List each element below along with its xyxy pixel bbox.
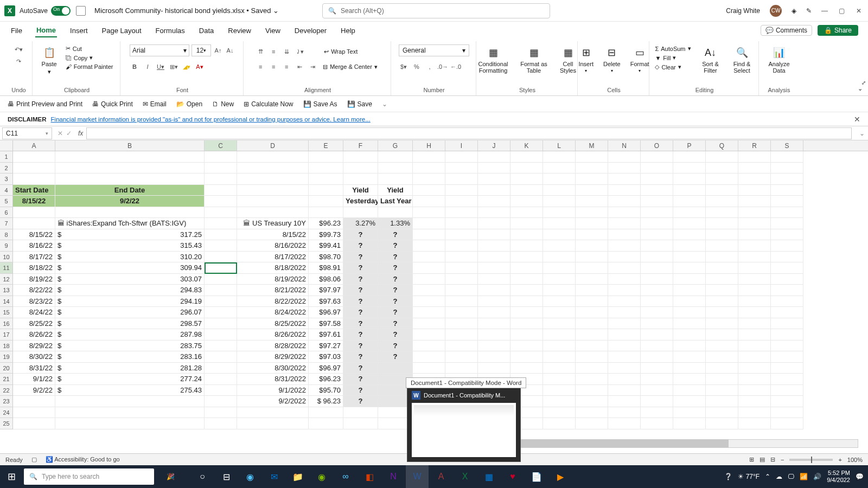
cell[interactable] xyxy=(445,318,478,330)
quick-print-button[interactable]: 🖶 Quick Print xyxy=(92,100,133,108)
cell[interactable]: 8/24/22 xyxy=(13,307,55,318)
cell[interactable] xyxy=(641,341,673,352)
cell[interactable] xyxy=(771,185,803,196)
cell[interactable] xyxy=(576,174,608,185)
cell[interactable] xyxy=(55,396,205,407)
cell[interactable] xyxy=(641,229,673,241)
accessibility-status[interactable]: ♿ Accessibility: Good to go xyxy=(46,456,120,463)
cell[interactable] xyxy=(641,285,673,296)
orientation-icon[interactable]: ⤸▾ xyxy=(295,47,304,56)
format-painter-button[interactable]: 🖌 Format Painter xyxy=(63,63,116,70)
tab-review[interactable]: Review xyxy=(227,24,252,37)
cell[interactable]: Yield xyxy=(378,185,413,196)
cell[interactable] xyxy=(478,341,510,352)
tab-help[interactable]: Help xyxy=(340,24,356,37)
cell[interactable] xyxy=(738,229,771,241)
cell[interactable] xyxy=(55,163,205,174)
cell[interactable]: 1.33% xyxy=(378,218,413,229)
cell[interactable] xyxy=(576,329,608,341)
cell[interactable] xyxy=(413,174,445,185)
cell[interactable] xyxy=(706,341,738,352)
cell[interactable] xyxy=(608,240,641,252)
cell[interactable] xyxy=(205,341,237,352)
maximize-button[interactable]: ▢ xyxy=(839,7,846,15)
cell[interactable] xyxy=(576,318,608,330)
cell[interactable] xyxy=(478,207,510,219)
cell[interactable]: $281.28 xyxy=(55,363,205,374)
tray-cloud-icon[interactable]: ☁ xyxy=(776,473,782,480)
col-header-D[interactable]: D xyxy=(237,140,309,151)
close-button[interactable]: ✕ xyxy=(856,7,864,15)
cell[interactable]: ? xyxy=(343,329,378,341)
cell[interactable] xyxy=(738,207,771,219)
cell[interactable] xyxy=(205,318,237,330)
cell[interactable] xyxy=(413,218,445,229)
cell[interactable] xyxy=(706,163,738,174)
cell[interactable] xyxy=(237,163,309,174)
avatar[interactable]: CW xyxy=(770,5,782,17)
name-box[interactable]: C11▾ xyxy=(2,127,52,139)
redo-button[interactable]: ↷ xyxy=(14,56,24,66)
cell[interactable] xyxy=(608,418,641,429)
tab-developer[interactable]: Developer xyxy=(293,24,328,37)
cell[interactable] xyxy=(576,240,608,252)
cell[interactable]: $275.43 xyxy=(55,385,205,396)
cell[interactable]: 8/16/22 xyxy=(13,240,55,252)
cell[interactable] xyxy=(237,207,309,219)
cell[interactable]: Last Year xyxy=(378,196,413,207)
cell[interactable]: ? xyxy=(343,274,378,285)
cell[interactable] xyxy=(771,229,803,241)
cell[interactable] xyxy=(576,396,608,407)
cell[interactable] xyxy=(205,363,237,374)
cell[interactable] xyxy=(706,407,738,419)
cell[interactable] xyxy=(608,207,641,219)
tab-insert[interactable]: Insert xyxy=(69,24,89,37)
align-top-icon[interactable]: ⇈ xyxy=(256,47,265,56)
cell[interactable] xyxy=(608,185,641,196)
col-header-A[interactable]: A xyxy=(13,140,55,151)
cell[interactable] xyxy=(673,341,706,352)
cell[interactable]: 8/15/22 xyxy=(13,229,55,241)
cell[interactable] xyxy=(706,329,738,341)
cell[interactable] xyxy=(510,151,543,163)
cell[interactable] xyxy=(413,240,445,252)
cell[interactable] xyxy=(673,151,706,163)
cell[interactable]: 8/19/2022 xyxy=(237,274,309,285)
cell[interactable] xyxy=(478,252,510,263)
cell[interactable] xyxy=(413,307,445,318)
decrease-indent-icon[interactable]: ⇤ xyxy=(295,62,304,72)
cell[interactable] xyxy=(673,185,706,196)
cell[interactable] xyxy=(205,240,237,252)
cell[interactable] xyxy=(706,218,738,229)
cell[interactable] xyxy=(343,163,378,174)
cell[interactable] xyxy=(205,329,237,341)
cell[interactable] xyxy=(576,341,608,352)
office-icon[interactable]: ◧ xyxy=(358,465,381,488)
col-header-E[interactable]: E xyxy=(309,140,343,151)
cell[interactable] xyxy=(478,163,510,174)
macro-record-icon[interactable]: ▢ xyxy=(31,456,37,463)
cell[interactable] xyxy=(510,174,543,185)
decrease-decimal-icon[interactable]: ←.0 xyxy=(451,62,461,72)
row-header[interactable]: 6 xyxy=(0,207,13,219)
cell[interactable]: ? xyxy=(378,285,413,296)
cell[interactable] xyxy=(343,174,378,185)
cut-button[interactable]: ✂ Cut xyxy=(63,44,116,53)
horizontal-scrollbar[interactable] xyxy=(488,439,858,448)
cell[interactable] xyxy=(413,196,445,207)
cell[interactable] xyxy=(576,285,608,296)
col-header-B[interactable]: B xyxy=(55,140,205,151)
cell[interactable]: ? xyxy=(378,240,413,252)
cell[interactable] xyxy=(510,196,543,207)
cell[interactable] xyxy=(576,229,608,241)
cell[interactable] xyxy=(673,407,706,419)
cell[interactable]: $277.24 xyxy=(55,374,205,385)
cell[interactable]: 8/24/2022 xyxy=(237,307,309,318)
cell[interactable] xyxy=(413,252,445,263)
search-input[interactable]: 🔍 Search (Alt+Q) xyxy=(322,3,550,18)
cell[interactable] xyxy=(543,318,576,330)
cell[interactable] xyxy=(205,174,237,185)
row-header[interactable]: 11 xyxy=(0,262,13,274)
cell[interactable]: 8/17/2022 xyxy=(237,252,309,263)
col-header-L[interactable]: L xyxy=(543,140,576,151)
